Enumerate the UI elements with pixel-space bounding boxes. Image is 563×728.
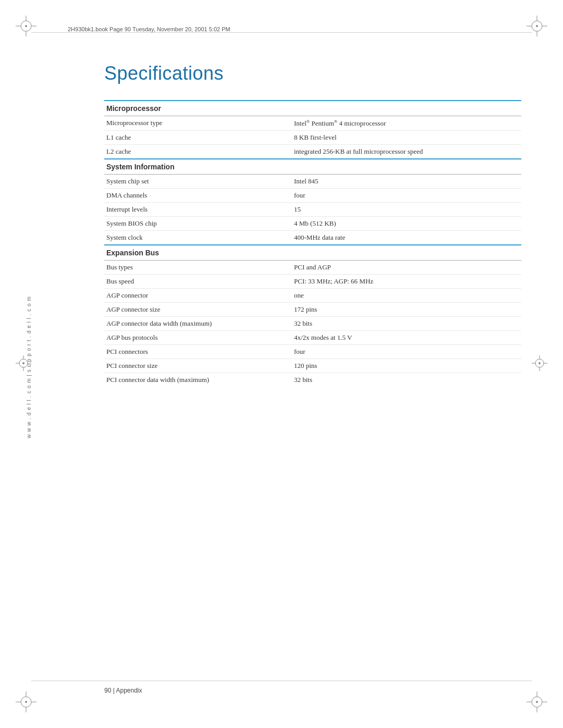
- corner-mark-bl: [16, 692, 36, 712]
- page-container: 2H930bk1.book Page 90 Tuesday, November …: [0, 0, 563, 728]
- spec-label: AGP connector: [104, 289, 292, 303]
- spec-value: 8 KB first-level: [292, 131, 521, 145]
- spec-label: DMA channels: [104, 189, 292, 203]
- main-content: Specifications MicroprocessorMicroproces…: [104, 63, 521, 665]
- spec-value: four: [292, 345, 521, 359]
- table-row: Interrupt levels15: [104, 203, 521, 217]
- spec-label: AGP connector size: [104, 303, 292, 317]
- spec-label: Interrupt levels: [104, 203, 292, 217]
- table-row: L2 cacheintegrated 256-KB at full microp…: [104, 145, 521, 159]
- spec-value: 32 bits: [292, 373, 521, 387]
- spec-value: 120 pins: [292, 359, 521, 373]
- spec-label: PCI connector data width (maximum): [104, 373, 292, 387]
- table-row: Microprocessor typeIntel® Pentium® 4 mic…: [104, 116, 521, 131]
- spec-value: 32 bits: [292, 317, 521, 331]
- spec-value: integrated 256-KB at full microprocessor…: [292, 145, 521, 159]
- spec-label: Bus speed: [104, 275, 292, 289]
- corner-mark-tl: [16, 16, 36, 36]
- section-header-label: Expansion Bus: [104, 245, 521, 261]
- footer-section: Appendix: [116, 687, 142, 694]
- spec-value: one: [292, 289, 521, 303]
- spec-value: 400-MHz data rate: [292, 231, 521, 245]
- spec-value: 15: [292, 203, 521, 217]
- spec-label: System chip set: [104, 175, 292, 189]
- svg-point-19: [536, 701, 538, 703]
- table-row: AGP connector size172 pins: [104, 303, 521, 317]
- spec-label: L1 cache: [104, 131, 292, 145]
- svg-point-7: [536, 25, 538, 27]
- spec-value: four: [292, 189, 521, 203]
- table-row: AGP connectorone: [104, 289, 521, 303]
- table-row: AGP connector data width (maximum)32 bit…: [104, 317, 521, 331]
- spec-value: PCI and AGP: [292, 261, 521, 275]
- header-text: 2H930bk1.book Page 90 Tuesday, November …: [68, 26, 230, 32]
- table-row: System chip setIntel 845: [104, 175, 521, 189]
- section-header-label: Microprocessor: [104, 101, 521, 116]
- spec-label: System BIOS chip: [104, 217, 292, 231]
- spec-label: PCI connector size: [104, 359, 292, 373]
- spec-value: PCI: 33 MHz; AGP: 66 MHz: [292, 275, 521, 289]
- spec-value: Intel 845: [292, 175, 521, 189]
- table-row: Bus speedPCI: 33 MHz; AGP: 66 MHz: [104, 275, 521, 289]
- spec-label: AGP bus protocols: [104, 331, 292, 345]
- table-row: Bus typesPCI and AGP: [104, 261, 521, 275]
- header-bar: [31, 32, 532, 33]
- footer-text: 90 | Appendix: [104, 687, 142, 694]
- spec-label: PCI connectors: [104, 345, 292, 359]
- table-row: System BIOS chip4 Mb (512 KB): [104, 217, 521, 231]
- spec-value: 4x/2x modes at 1.5 V: [292, 331, 521, 345]
- page-title: Specifications: [104, 63, 521, 84]
- spec-label: System clock: [104, 231, 292, 245]
- svg-point-31: [538, 362, 541, 364]
- svg-point-1: [25, 25, 27, 27]
- spec-label: Microprocessor type: [104, 116, 292, 131]
- side-text: w w w . d e l l . c o m | s u p p o r t …: [26, 296, 32, 438]
- svg-point-13: [25, 701, 27, 703]
- spec-label: AGP connector data width (maximum): [104, 317, 292, 331]
- corner-mark-br: [527, 692, 547, 712]
- table-row: System clock400-MHz data rate: [104, 231, 521, 245]
- corner-mark-tr: [527, 16, 547, 36]
- table-row: AGP bus protocols4x/2x modes at 1.5 V: [104, 331, 521, 345]
- footer-page-num: 90: [104, 687, 111, 694]
- spec-value: Intel® Pentium® 4 microprocessor: [292, 116, 521, 131]
- section-header-label: System Information: [104, 159, 521, 175]
- specs-table: MicroprocessorMicroprocessor typeIntel® …: [104, 100, 521, 387]
- section-header-row: Microprocessor: [104, 101, 521, 116]
- spec-label: L2 cache: [104, 145, 292, 159]
- svg-point-25: [22, 362, 25, 364]
- table-row: L1 cache8 KB first-level: [104, 131, 521, 145]
- spec-label: Bus types: [104, 261, 292, 275]
- section-header-row: Expansion Bus: [104, 245, 521, 261]
- table-row: DMA channelsfour: [104, 189, 521, 203]
- table-row: PCI connector size120 pins: [104, 359, 521, 373]
- table-row: PCI connector data width (maximum)32 bit…: [104, 373, 521, 387]
- spec-value: 172 pins: [292, 303, 521, 317]
- section-header-row: System Information: [104, 159, 521, 175]
- footer-line: [31, 681, 532, 681]
- side-mark-right: [532, 355, 547, 373]
- table-row: PCI connectorsfour: [104, 345, 521, 359]
- spec-value: 4 Mb (512 KB): [292, 217, 521, 231]
